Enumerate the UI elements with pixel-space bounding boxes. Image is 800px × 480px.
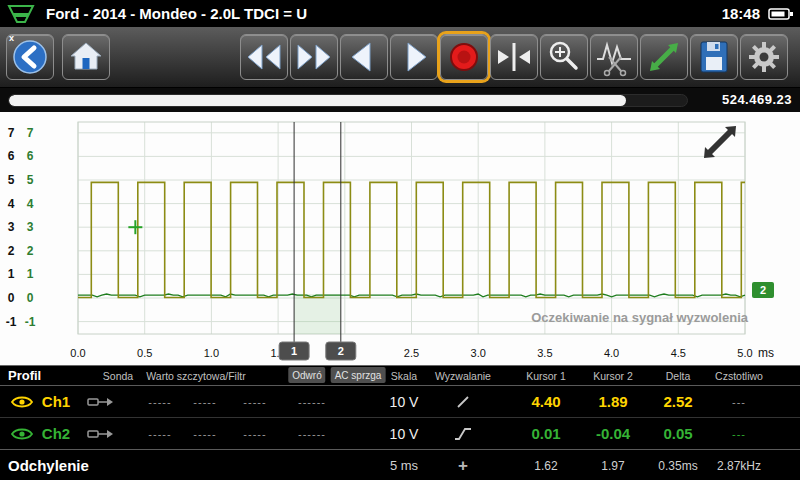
svg-text:0.5: 0.5	[137, 347, 152, 359]
col-header-skala: Skala	[391, 370, 417, 382]
next-icon	[392, 35, 436, 79]
peak-value: -----	[193, 418, 216, 449]
svg-text:3.5: 3.5	[537, 347, 552, 359]
fit-to-screen-button[interactable]	[490, 34, 538, 80]
save-icon	[692, 35, 736, 79]
channel1-visibility-eye-icon[interactable]	[10, 386, 34, 417]
svg-text:1: 1	[291, 345, 297, 357]
toolbar: x	[0, 27, 800, 88]
diagnostic-scope-screen: Ford - 2014 - Mondeo - 2.0L TDCI = U 18:…	[0, 0, 800, 480]
svg-text:ms: ms	[758, 346, 774, 360]
back-button[interactable]: x	[6, 34, 54, 80]
cursor2-time: 1.97	[601, 450, 624, 480]
invert-column-button[interactable]: Odwró	[288, 367, 325, 383]
svg-text:4.0: 4.0	[604, 347, 619, 359]
channel1-row: Ch1 ----- ----- ----- ------ 10 V 4.40 1…	[0, 386, 800, 417]
scale-value[interactable]: 10 V	[390, 386, 419, 417]
channel2-row: Ch2 ----- ----- ----- ------ 10 V 0.01 -…	[0, 418, 800, 449]
svg-text:3.0: 3.0	[471, 347, 486, 359]
vehicle-connector-icon	[6, 3, 36, 25]
svg-text:-1: -1	[25, 315, 36, 329]
svg-text:0: 0	[27, 291, 34, 305]
svg-text:7: 7	[8, 126, 15, 140]
expand-icon	[642, 35, 686, 79]
cursor1-value: 4.40	[531, 386, 560, 417]
svg-text:3: 3	[8, 220, 15, 234]
expand-button[interactable]	[640, 34, 688, 80]
svg-text:6: 6	[8, 149, 15, 163]
save-button[interactable]	[690, 34, 738, 80]
peak-value: -----	[193, 386, 216, 417]
filter-value: -----	[243, 386, 266, 417]
scope-area: 7766554433221100-1-10.00.51.01.52.02.53.…	[0, 112, 800, 365]
svg-text:3: 3	[27, 220, 34, 234]
ac-coupling-column-button[interactable]: AC sprzga	[331, 367, 386, 383]
svg-text:-1: -1	[6, 315, 17, 329]
home-button[interactable]	[62, 34, 110, 80]
svg-text:5: 5	[27, 173, 34, 187]
svg-text:6: 6	[27, 149, 34, 163]
cut-waveform-button[interactable]	[590, 34, 638, 80]
svg-text:4.5: 4.5	[671, 347, 686, 359]
measurements-panel: Profil Sonda Warto szczytowa/Filtr Odwró…	[0, 365, 800, 480]
channel1-label[interactable]: Ch1	[42, 386, 70, 417]
scrollbar-fill	[9, 95, 626, 106]
ac-coupling-label: AC sprzga	[335, 370, 382, 381]
previous-icon	[342, 35, 386, 79]
table-header-row: Profil Sonda Warto szczytowa/Filtr Odwró…	[0, 366, 800, 385]
frequency: 2.87kHz	[717, 450, 761, 480]
svg-text:0.0: 0.0	[70, 347, 85, 359]
previous-button[interactable]	[340, 34, 388, 80]
svg-text:4: 4	[8, 197, 15, 211]
svg-text:4: 4	[27, 197, 34, 211]
expand-plot-icon[interactable]	[698, 120, 742, 164]
invert-value: ------	[298, 418, 326, 449]
channel2-label[interactable]: Ch2	[42, 418, 70, 449]
trigger-position-icon: +	[458, 450, 468, 480]
delta-value: 2.52	[663, 386, 692, 417]
cursor1-value: 0.01	[531, 418, 560, 449]
delta-value: 0.05	[663, 418, 692, 449]
skip-forward-button[interactable]	[290, 34, 338, 80]
trigger-slope-any-icon[interactable]	[455, 386, 471, 417]
settings-button[interactable]	[740, 34, 788, 80]
svg-text:2: 2	[338, 345, 344, 357]
waveform-canvas[interactable]: 7766554433221100-1-10.00.51.01.52.02.53.…	[0, 112, 800, 365]
filter-value: -----	[243, 418, 266, 449]
zoom-button[interactable]	[540, 34, 588, 80]
svg-text:5.0: 5.0	[737, 347, 752, 359]
invert-label: Odwró	[292, 370, 321, 381]
col-header-sonda: Sonda	[103, 370, 133, 382]
col-header-czestotliwosc: Czstotliwo	[715, 370, 763, 382]
svg-text:5: 5	[8, 173, 15, 187]
svg-text:1: 1	[8, 267, 15, 281]
gear-icon	[742, 35, 786, 79]
buffer-position-value: 524.469.23	[722, 92, 792, 107]
probe-icon	[87, 418, 113, 449]
svg-text:1: 1	[27, 267, 34, 281]
skip-back-button[interactable]	[240, 34, 288, 80]
invert-value: ------	[298, 386, 326, 417]
trigger-status-text: Oczekiwanie na sygnał wyzwolenia	[531, 310, 748, 325]
cursor1-time: 1.62	[534, 450, 557, 480]
cut-waveform-icon	[592, 35, 636, 79]
sweep-value[interactable]: 5 ms	[390, 450, 418, 480]
probe-icon	[87, 386, 113, 417]
next-button[interactable]	[390, 34, 438, 80]
close-badge: x	[9, 33, 14, 43]
back-icon	[10, 37, 50, 77]
col-header-peak-filter: Warto szczytowa/Filtr	[146, 370, 245, 382]
channel2-visibility-eye-icon[interactable]	[10, 418, 34, 449]
scale-value[interactable]: 10 V	[390, 418, 419, 449]
fit-to-screen-icon	[492, 35, 536, 79]
battery-icon	[768, 6, 794, 22]
col-header-delta: Delta	[666, 370, 691, 382]
record-button[interactable]	[440, 34, 488, 80]
trigger-slope-rising-icon[interactable]	[454, 418, 472, 449]
frequency-value: ---	[732, 418, 746, 449]
position-scrollbar[interactable]	[8, 94, 688, 107]
svg-text:2.5: 2.5	[404, 347, 419, 359]
zoom-icon	[542, 35, 586, 79]
record-icon	[442, 35, 486, 79]
profil-label: Profil	[8, 368, 41, 383]
